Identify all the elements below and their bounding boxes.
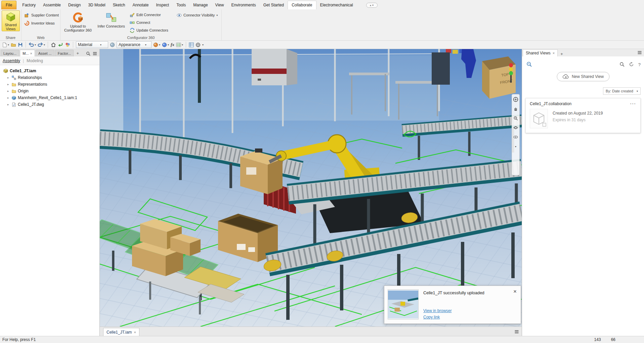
tree-root-assembly[interactable]: Celle1_JT.iam — [0, 68, 99, 74]
upload-configurator-button[interactable]: Upload to Configurator 360 — [62, 10, 93, 33]
connector-visibility-dropdown[interactable]: Connector Visibility ▾ — [177, 12, 218, 18]
close-icon[interactable]: × — [553, 51, 555, 55]
new-file-button[interactable]: ▾ — [2, 42, 9, 47]
undo-button[interactable]: ▾ — [29, 42, 36, 47]
panel-menu-icon[interactable] — [91, 50, 98, 56]
panel-menu-icon[interactable] — [637, 51, 642, 55]
close-icon[interactable]: × — [30, 51, 32, 55]
connect-button[interactable]: Connect — [130, 19, 150, 26]
tab-collaborate[interactable]: Collaborate — [288, 1, 316, 9]
save-button[interactable] — [18, 42, 23, 47]
chevron-down-icon: ▾ — [216, 14, 218, 17]
shared-view-card[interactable]: Celle1_JT.collaboration ··· Created on A… — [525, 98, 641, 133]
tree-item-relationships[interactable]: ▸ Relationships — [0, 74, 99, 81]
shared-views-button[interactable]: Shared Views — [2, 10, 20, 31]
look-at-icon[interactable] — [513, 134, 519, 140]
panel-tab-factory[interactable]: Factor... — [55, 50, 74, 56]
tab-sketch[interactable]: Sketch — [109, 1, 129, 9]
supplier-content-button[interactable]: Supplier Content — [24, 12, 59, 18]
view-in-browser-link[interactable]: View in browser — [423, 308, 452, 313]
tab-modeling[interactable]: Modeling — [27, 58, 43, 63]
appearance-combobox[interactable]: Appearance▾ — [117, 41, 152, 48]
tab-manage[interactable]: Manage — [189, 1, 211, 9]
tab-annotate[interactable]: Annotate — [129, 1, 152, 9]
close-icon[interactable]: × — [513, 289, 517, 294]
machine-cabinet[interactable] — [252, 49, 297, 85]
add-panel-tab-button[interactable]: + — [74, 50, 81, 56]
refresh-icon[interactable] — [629, 62, 634, 68]
expand-icon[interactable]: ▸ — [7, 96, 10, 99]
help-icon[interactable]: ? — [638, 62, 641, 67]
add-panel-tab-button[interactable]: + — [558, 51, 566, 56]
material-ball-icon[interactable] — [110, 42, 115, 47]
viewport-3d[interactable]: TOP FRONT — [100, 49, 522, 327]
search-icon[interactable] — [85, 50, 91, 56]
measure-button[interactable] — [196, 42, 201, 47]
card-menu-icon[interactable]: ··· — [630, 101, 636, 106]
infer-connectors-button[interactable]: Infer Connectors — [95, 10, 127, 29]
ribbon-spacer — [222, 9, 644, 40]
redo-button[interactable]: ▾ — [38, 42, 45, 47]
tab-view[interactable]: View — [212, 1, 228, 9]
zoom-icon[interactable] — [513, 115, 519, 121]
expand-icon[interactable]: ▸ — [7, 89, 10, 93]
navigation-wheel-icon[interactable] — [513, 96, 519, 102]
new-shared-view-button[interactable]: New Shared View — [557, 72, 609, 81]
expand-icon[interactable]: ▸ — [7, 76, 10, 79]
tree-item-dwg[interactable]: ▸ Celle1_JT.dwg — [0, 101, 99, 108]
tree-item-mannheim-revit[interactable]: ▸ Mannheim_Revit_Celle1_1.iam:1 — [0, 94, 99, 101]
tab-3d-model[interactable]: 3D Model — [84, 1, 109, 9]
qat-customize-icon[interactable]: ▾ — [202, 43, 204, 46]
tab-get-started[interactable]: Get Started — [260, 1, 288, 9]
toast-body: Celle1_JT successfully uploaded × View i… — [419, 289, 517, 320]
update-button[interactable] — [65, 42, 70, 47]
navbar-more-icon[interactable]: ▾ — [513, 143, 519, 149]
orbit-icon[interactable] — [513, 125, 519, 131]
tab-tools[interactable]: Tools — [173, 1, 189, 9]
panel-tab-model[interactable]: M...× — [20, 50, 35, 56]
adjust-ball-button[interactable]: ▾ — [162, 42, 169, 47]
close-icon[interactable]: × — [134, 330, 136, 334]
inventor-ideas-button[interactable]: Inventor Ideas — [24, 20, 55, 27]
pan-icon[interactable] — [513, 106, 519, 112]
tree-item-representations[interactable]: ▸ Representations — [0, 81, 99, 88]
tab-assemble[interactable]: Assemble — [39, 1, 65, 9]
tab-environments[interactable]: Environments — [227, 1, 259, 9]
expand-icon[interactable]: ▸ — [7, 103, 10, 106]
search-icon[interactable] — [619, 62, 625, 68]
panel-tab-asset[interactable]: Asset ... — [36, 50, 54, 56]
document-tabs-menu-icon[interactable] — [514, 330, 519, 335]
tab-inspect[interactable]: Inspect — [153, 1, 173, 9]
return-button[interactable] — [58, 42, 63, 47]
bom-button[interactable] — [189, 42, 194, 47]
sort-by-dropdown[interactable]: By: Date created ▾ — [603, 87, 641, 95]
tab-file[interactable]: File — [1, 1, 16, 9]
shared-view-thumbnail[interactable] — [530, 109, 548, 128]
separator — [186, 42, 186, 48]
expand-icon[interactable]: ▸ — [7, 83, 10, 86]
shared-view-filter-icon[interactable] — [526, 61, 532, 68]
chevron-down-icon: ▾ — [35, 43, 36, 46]
status-bar: For Help, press F1 143 66 — [0, 336, 644, 343]
tab-assembly[interactable]: Assembly — [3, 58, 20, 63]
ribbon-display-toggle[interactable]: ▴▾ — [366, 3, 378, 8]
tab-electromechanical[interactable]: Electromechanical — [316, 1, 357, 9]
document-tab[interactable]: Celle1_JT.iam × — [103, 328, 139, 336]
material-combobox[interactable]: Material▾ — [76, 41, 108, 48]
cabinet-blue[interactable] — [432, 52, 450, 85]
copy-link-link[interactable]: Copy link — [423, 315, 452, 319]
tab-shared-views[interactable]: Shared Views × — [523, 49, 558, 56]
edit-connector-button[interactable]: Edit Connector — [130, 11, 161, 18]
relationships-icon — [12, 76, 16, 80]
home-view-button[interactable] — [51, 42, 56, 47]
update-connectors-button[interactable]: Update Connectors — [130, 27, 168, 34]
appearance-ball-button[interactable]: ▾ — [153, 42, 160, 47]
tab-factory[interactable]: Factory — [18, 1, 39, 9]
parameters-fx-button[interactable]: fx — [171, 42, 174, 47]
tab-design[interactable]: Design — [65, 1, 84, 9]
open-button[interactable] — [11, 42, 16, 47]
status-occurrence-count: 143 — [594, 337, 601, 342]
spreadsheet-button[interactable]: ▾ — [176, 42, 183, 47]
tree-item-origin[interactable]: ▸ Origin — [0, 88, 99, 94]
panel-tab-layout[interactable]: Layou... — [1, 50, 19, 56]
